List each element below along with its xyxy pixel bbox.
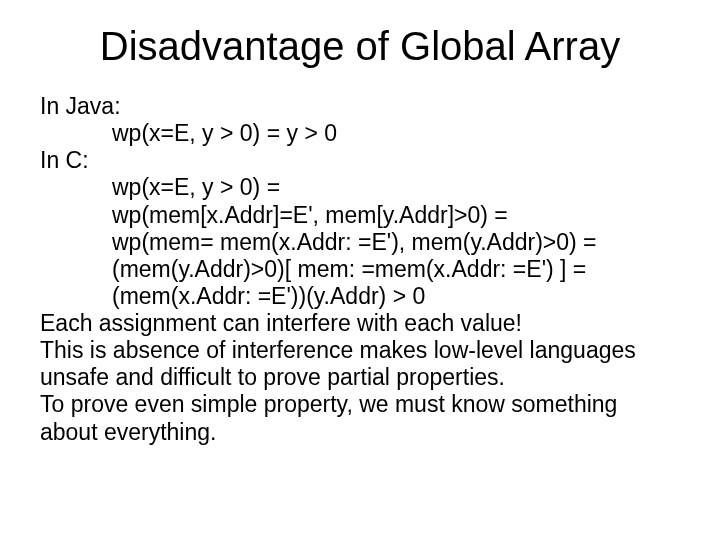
text-line: To prove even simple property, we must k…: [40, 391, 680, 445]
slide: Disadvantage of Global Array In Java: wp…: [0, 0, 720, 540]
text-line: Each assignment can interfere with each …: [40, 310, 680, 337]
text-line: (mem(x.Addr: =E'))(y.Addr) > 0: [40, 283, 680, 310]
text-line: In C:: [40, 147, 680, 174]
text-line: wp(mem[x.Addr]=E', mem[y.Addr]>0) =: [40, 202, 680, 229]
slide-body: In Java: wp(x=E, y > 0) = y > 0 In C: wp…: [40, 93, 680, 446]
text-line: In Java:: [40, 93, 680, 120]
text-line: wp(x=E, y > 0) = y > 0: [40, 120, 680, 147]
text-line: This is absence of interference makes lo…: [40, 337, 680, 391]
text-line: (mem(y.Addr)>0)[ mem: =mem(x.Addr: =E') …: [40, 256, 680, 283]
text-line: wp(mem= mem(x.Addr: =E'), mem(y.Addr)>0)…: [40, 229, 680, 256]
text-line: wp(x=E, y > 0) =: [40, 174, 680, 201]
slide-title: Disadvantage of Global Array: [40, 24, 680, 69]
